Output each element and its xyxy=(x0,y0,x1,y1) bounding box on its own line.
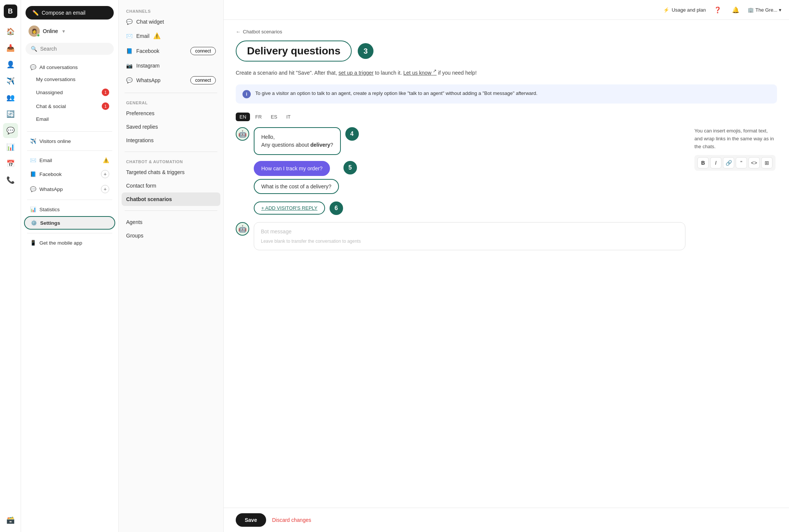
chatbot-section-label: Chatbot & automation xyxy=(119,156,223,165)
mid-targeted-chats[interactable]: Targeted chats & triggers xyxy=(119,165,223,179)
usage-plan-icon: ⚡ xyxy=(663,7,669,13)
notifications-button[interactable]: 🔔 xyxy=(730,4,742,16)
lang-tab-fr[interactable]: FR xyxy=(251,113,265,121)
sidebar-home-icon[interactable]: 🏠 xyxy=(3,24,18,39)
nav-all-conversations[interactable]: 💬 All conversations xyxy=(24,61,115,73)
lang-tab-es[interactable]: ES xyxy=(267,113,281,121)
nav-my-conversations[interactable]: My conversations xyxy=(24,74,115,85)
setup-trigger-link[interactable]: set up a trigger xyxy=(339,70,373,76)
help-icon: ❓ xyxy=(714,6,721,14)
reply-option-1[interactable]: How can I track my order? xyxy=(254,161,330,176)
chevron-icon: ▾ xyxy=(62,28,65,34)
sidebar-send-icon[interactable]: ✈️ xyxy=(3,74,18,89)
content-area: ← Chatbot scenarios Delivery questions 3… xyxy=(224,20,789,508)
format-table-button[interactable]: ⊞ xyxy=(761,157,772,168)
search-input[interactable] xyxy=(40,46,108,52)
nav-email[interactable]: Email xyxy=(24,113,115,125)
sidebar-inbox-icon[interactable]: 📥 xyxy=(3,41,18,56)
mid-groups[interactable]: Groups xyxy=(119,229,223,242)
company-selector[interactable]: 🏢 The Gre... ▾ xyxy=(748,7,781,13)
visitors-icon: ✈️ xyxy=(30,138,36,144)
unassigned-badge: 1 xyxy=(102,89,109,96)
sidebar-automation-icon[interactable]: 🔄 xyxy=(3,107,18,122)
facebook-connect-button[interactable]: connect xyxy=(190,47,216,55)
bot-input-bubble[interactable]: Bot message Leave blank to transfer the … xyxy=(254,222,685,250)
save-button[interactable]: Save xyxy=(236,513,266,527)
mid-agents[interactable]: Agents xyxy=(119,215,223,229)
info-text: Create a scenario and hit "Save". After … xyxy=(236,68,777,77)
mid-email[interactable]: ✉️ Email ⚠️ xyxy=(119,29,223,43)
sidebar-phone-icon[interactable]: 📞 xyxy=(3,173,18,188)
company-icon: 🏢 xyxy=(748,7,754,13)
mid-integrations[interactable]: Integrations xyxy=(119,134,223,147)
discard-changes-button[interactable]: Discard changes xyxy=(272,517,311,523)
add-visitor-reply-button[interactable]: + ADD VISITOR'S REPLY xyxy=(254,201,325,215)
format-code-button[interactable]: <> xyxy=(748,157,760,168)
external-link-icon: ↗ xyxy=(433,68,437,73)
nav-mobile-app[interactable]: 📱 Get the mobile app xyxy=(24,237,115,249)
mid-chat-widget[interactable]: 💬 Chat widget xyxy=(119,15,223,29)
mid-saved-replies[interactable]: Saved replies xyxy=(119,120,223,134)
nav-visitors-online[interactable]: ✈️ Visitors online xyxy=(24,135,115,147)
mid-instagram-icon: 📷 xyxy=(126,63,133,69)
bot-bubble-1[interactable]: Hello,Any questions about delivery? xyxy=(254,127,341,155)
compose-icon: ✏️ xyxy=(32,10,39,16)
sidebar-calendar-icon[interactable]: 📅 xyxy=(3,156,18,171)
back-link[interactable]: ← Chatbot scenarios xyxy=(236,29,777,35)
sidebar-contacts-icon[interactable]: 👤 xyxy=(3,57,18,72)
mid-preferences[interactable]: Preferences xyxy=(119,107,223,120)
mid-whatsapp[interactable]: 💬 WhatsApp connect xyxy=(119,72,223,88)
reply-option-2[interactable]: What is the cost of a delivery? xyxy=(254,179,339,194)
sidebar-archive-icon[interactable]: 🗃️ xyxy=(3,512,18,527)
help-button[interactable]: ❓ xyxy=(712,4,724,16)
back-arrow-icon: ← xyxy=(236,29,241,35)
left-panel: ✏️ Compose an email 👩 Online ▾ 🔍 💬 All c… xyxy=(21,0,119,532)
usage-plan-link[interactable]: ⚡ Usage and plan xyxy=(663,7,706,13)
nav-email-channel[interactable]: ✉️ Email ⚠️ xyxy=(24,154,115,166)
nav-unassigned[interactable]: Unassigned 1 xyxy=(24,86,115,99)
channels-section-label: Channels xyxy=(119,6,223,15)
online-status-row[interactable]: 👩 Online ▾ xyxy=(26,23,114,39)
mid-divider-1 xyxy=(125,93,217,93)
nav-settings[interactable]: ⚙️ Settings xyxy=(24,216,115,230)
nav-whatsapp-channel[interactable]: 💬 WhatsApp + xyxy=(24,182,115,196)
search-icon: 🔍 xyxy=(31,46,37,52)
format-italic-button[interactable]: I xyxy=(710,157,721,168)
format-link-button[interactable]: 🔗 xyxy=(723,157,734,168)
mid-divider-2 xyxy=(125,152,217,152)
mobile-icon: 📱 xyxy=(30,240,36,246)
compose-email-button[interactable]: ✏️ Compose an email xyxy=(26,6,114,20)
bell-icon: 🔔 xyxy=(732,6,739,14)
whatsapp-connect-button[interactable]: connect xyxy=(190,76,216,84)
nav-statistics[interactable]: 📊 Statistics xyxy=(24,203,115,215)
bot-message-input-block: 🤖 Bot message Leave blank to transfer th… xyxy=(236,222,685,250)
facebook-add-button[interactable]: + xyxy=(101,170,109,178)
let-us-know-link[interactable]: Let us know ↗ xyxy=(404,70,437,76)
mid-facebook[interactable]: 📘 Facebook connect xyxy=(119,43,223,59)
email-icon: ✉️ xyxy=(30,157,36,163)
nav-chat-social[interactable]: Chat & social 1 xyxy=(24,99,115,113)
sidebar-chat-icon[interactable]: 💬 xyxy=(3,123,18,138)
general-section-label: General xyxy=(119,98,223,107)
mid-instagram[interactable]: 📷 Instagram xyxy=(119,59,223,72)
whatsapp-add-button[interactable]: + xyxy=(101,185,109,193)
format-quote-button[interactable]: " xyxy=(736,157,747,168)
conversations-icon: 💬 xyxy=(30,64,36,70)
mid-contact-form[interactable]: Contact form xyxy=(119,179,223,192)
scenario-title[interactable]: Delivery questions xyxy=(236,41,352,62)
format-bold-button[interactable]: B xyxy=(697,157,709,168)
mid-whatsapp-icon: 💬 xyxy=(126,77,133,83)
sidebar-team-icon[interactable]: 👥 xyxy=(3,90,18,105)
brand-logo[interactable]: B xyxy=(4,5,17,18)
replies-block: How can I track my order? What is the co… xyxy=(236,161,685,194)
email-warn-icon: ⚠️ xyxy=(103,157,109,163)
chat-social-badge: 1 xyxy=(102,102,109,110)
nav-facebook-channel[interactable]: 📘 Facebook + xyxy=(24,167,115,181)
middle-panel: Channels 💬 Chat widget ✉️ Email ⚠️ 📘 Fac… xyxy=(119,0,224,532)
search-box[interactable]: 🔍 xyxy=(26,43,114,55)
lang-tab-it[interactable]: IT xyxy=(283,113,295,121)
sidebar-table-icon[interactable]: 📊 xyxy=(3,140,18,155)
lang-tab-en[interactable]: EN xyxy=(236,113,250,121)
mid-facebook-icon: 📘 xyxy=(126,48,133,54)
mid-chatbot-scenarios[interactable]: Chatbot scenarios xyxy=(122,192,220,206)
